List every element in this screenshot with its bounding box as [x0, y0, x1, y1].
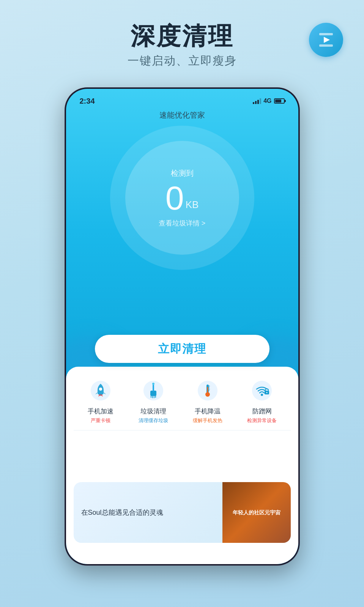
- wifi-lock-icon: [249, 377, 275, 404]
- status-time: 2:34: [80, 97, 95, 106]
- battery-icon: [274, 98, 285, 104]
- feature-cooling-name: 手机降温: [195, 407, 221, 416]
- gauge-area: 检测到 0 KB 查看垃圾详情 >: [66, 126, 298, 270]
- ad-image: 年轻人的社区元宇宙: [222, 482, 291, 543]
- signal-icon: [253, 98, 261, 104]
- clean-button-area: 立即清理: [95, 335, 269, 363]
- thermometer-icon: [194, 377, 221, 404]
- video-icon-button[interactable]: [309, 23, 343, 57]
- play-icon: [318, 32, 334, 48]
- gauge-detail-link[interactable]: 查看垃圾详情 >: [159, 219, 206, 228]
- feature-phone-boost-name: 手机加速: [88, 407, 113, 416]
- panel-divider: [74, 430, 291, 430]
- svg-point-8: [152, 383, 154, 385]
- gauge-outer-circle: 检测到 0 KB 查看垃圾详情 >: [110, 126, 254, 270]
- gauge-value-row: 0 KB: [165, 181, 199, 215]
- gauge-label: 检测到: [171, 168, 194, 178]
- svg-rect-0: [319, 33, 333, 35]
- bottom-panel: 手机加速 严重卡顿: [66, 367, 298, 564]
- svg-point-22: [261, 394, 263, 396]
- feature-cooling[interactable]: 手机降温 缓解手机发热: [193, 377, 222, 424]
- battery-fill: [275, 99, 282, 102]
- network-type: 4G: [263, 98, 271, 104]
- status-bar: 2:34 4G: [66, 89, 298, 107]
- feature-grid: 手机加速 严重卡顿: [66, 367, 298, 430]
- phone-screen: 2:34 4G 速能优化管家: [66, 89, 298, 564]
- signal-bar-4: [260, 98, 261, 104]
- signal-bar-1: [253, 102, 254, 104]
- gauge-value-unit: KB: [186, 200, 199, 210]
- svg-point-24: [266, 392, 268, 393]
- feature-wifi-protect-desc: 检测异常设备: [247, 417, 277, 424]
- gauge-value-number: 0: [165, 181, 184, 215]
- rocket-icon: [87, 377, 114, 404]
- phone-frame: 2:34 4G 速能优化管家: [65, 87, 300, 566]
- svg-point-16: [205, 392, 210, 397]
- feature-wifi-protect[interactable]: 防蹭网 检测异常设备: [247, 377, 277, 424]
- phone-mockup: 2:34 4G 速能优化管家: [65, 87, 300, 566]
- feature-wifi-protect-name: 防蹭网: [252, 407, 272, 416]
- svg-rect-1: [319, 44, 333, 47]
- header-area: 深度清理 一键启动、立即瘦身: [0, 23, 364, 69]
- svg-rect-6: [150, 391, 156, 396]
- feature-clean-junk[interactable]: 垃圾清理 清理缓存垃圾: [139, 377, 168, 424]
- feature-phone-boost[interactable]: 手机加速 严重卡顿: [87, 377, 114, 424]
- feature-clean-junk-desc: 清理缓存垃圾: [139, 417, 168, 424]
- header-subtitle: 一键启动、立即瘦身: [0, 53, 364, 69]
- signal-bar-2: [255, 101, 257, 104]
- ad-banner[interactable]: 在Soul总能遇见合适的灵魂 年轻人的社区元宇宙: [74, 482, 291, 543]
- status-icons: 4G: [253, 98, 284, 104]
- broom-icon: [140, 377, 167, 404]
- svg-marker-2: [324, 37, 330, 43]
- svg-point-21: [252, 381, 272, 400]
- app-title: 速能优化管家: [66, 107, 298, 122]
- feature-clean-junk-name: 垃圾清理: [140, 407, 166, 416]
- svg-point-4: [99, 388, 102, 391]
- svg-rect-7: [153, 385, 154, 391]
- gauge-inner-circle: 检测到 0 KB 查看垃圾详情 >: [125, 141, 239, 255]
- ad-image-text: 年轻人的社区元宇宙: [230, 506, 284, 519]
- feature-cooling-desc: 缓解手机发热: [193, 417, 222, 424]
- signal-bar-3: [257, 100, 259, 104]
- feature-phone-boost-desc: 严重卡顿: [91, 417, 110, 424]
- ad-text: 在Soul总能遇见合适的灵魂: [74, 502, 222, 523]
- clean-button[interactable]: 立即清理: [95, 335, 269, 363]
